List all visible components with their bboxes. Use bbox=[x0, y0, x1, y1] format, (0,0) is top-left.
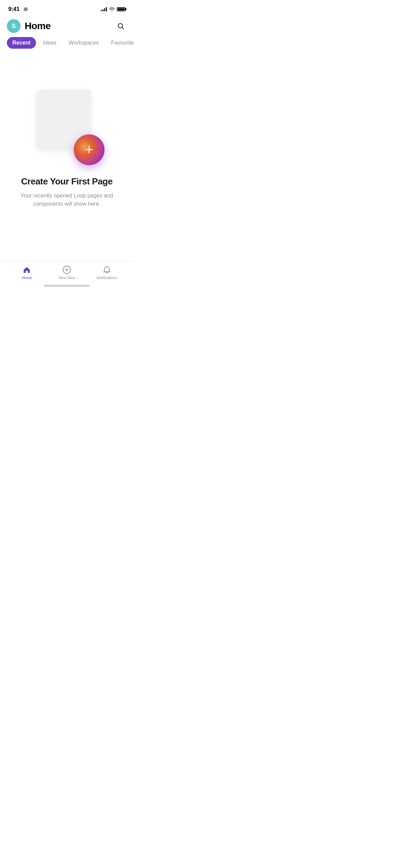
avatar[interactable]: S bbox=[7, 19, 21, 33]
search-icon bbox=[117, 22, 124, 30]
tab-ideas[interactable]: Ideas bbox=[37, 37, 62, 49]
nav-new-idea[interactable]: New Idea bbox=[55, 265, 79, 280]
nav-notifications-label: Notifications bbox=[97, 276, 117, 280]
header: S Home bbox=[0, 16, 134, 37]
page-title: Home bbox=[25, 21, 51, 32]
nav-home-label: Home bbox=[22, 276, 32, 280]
svg-point-0 bbox=[118, 24, 123, 28]
nav-new-idea-label: New Idea bbox=[59, 276, 75, 280]
signal-icon bbox=[101, 7, 107, 11]
bell-icon bbox=[102, 265, 111, 274]
empty-state-illustration: + bbox=[29, 90, 105, 165]
tab-workspaces[interactable]: Workspaces bbox=[63, 37, 105, 49]
nav-home[interactable]: Home bbox=[15, 265, 39, 280]
battery-icon bbox=[117, 7, 125, 11]
status-icons bbox=[101, 7, 125, 12]
home-icon bbox=[22, 265, 31, 274]
empty-state-title: Create Your First Page bbox=[21, 176, 113, 187]
tab-recent[interactable]: Recent bbox=[7, 37, 36, 49]
svg-line-1 bbox=[122, 27, 124, 29]
home-indicator bbox=[44, 285, 90, 287]
tabs-bar: Recent Ideas Workspaces Favourites bbox=[0, 37, 134, 49]
tab-favourites[interactable]: Favourites bbox=[106, 37, 134, 49]
status-dot bbox=[24, 7, 28, 11]
search-button[interactable] bbox=[114, 20, 127, 32]
main-content: + Create Your First Page Your recently o… bbox=[0, 53, 134, 238]
plus-circle-icon bbox=[62, 265, 71, 274]
status-time: 9:41 bbox=[8, 6, 20, 13]
plus-badge-icon: + bbox=[74, 134, 105, 165]
nav-notifications[interactable]: Notifications bbox=[95, 265, 119, 280]
wifi-icon bbox=[109, 7, 115, 12]
status-bar: 9:41 bbox=[0, 0, 134, 16]
empty-state-subtitle: Your recently opened Loop pages and comp… bbox=[19, 192, 115, 208]
